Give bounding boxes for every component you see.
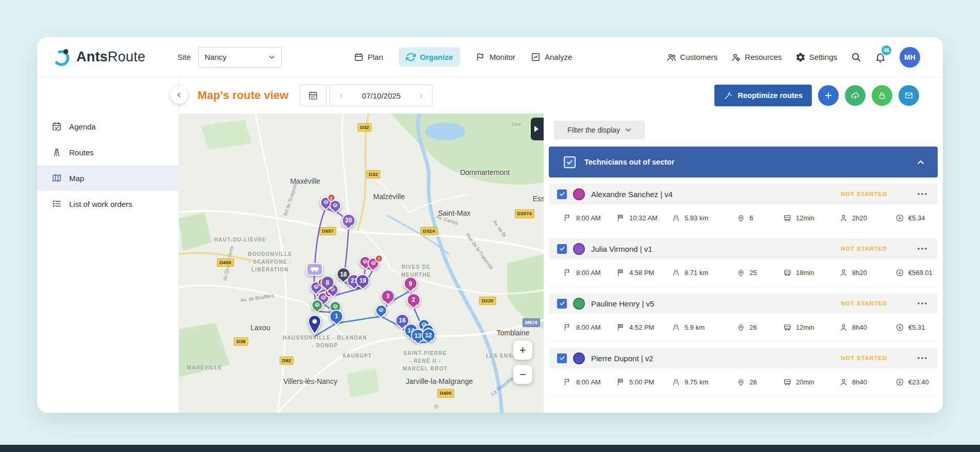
- cost-stat: €5.31: [895, 323, 925, 332]
- nav-item-monitor[interactable]: Monitor: [476, 52, 515, 62]
- stop-marker[interactable]: 9: [403, 277, 417, 290]
- sync-cloud-button[interactable]: [845, 85, 865, 106]
- zoom-out-button[interactable]: −: [513, 365, 532, 384]
- vehicle-icon: [783, 268, 792, 277]
- routes-panel: Filter the display Technicians out of se…: [544, 114, 943, 413]
- distance-stat: 8.71 km: [672, 268, 737, 277]
- user-avatar[interactable]: MH: [900, 47, 920, 68]
- customers-link[interactable]: Customers: [666, 52, 718, 62]
- stop-marker[interactable]: 12: [421, 328, 435, 342]
- technician-checkbox[interactable]: [557, 353, 567, 363]
- cost-circle-icon: [895, 378, 904, 386]
- drive-time-stat: 12min: [783, 323, 839, 332]
- zoom-controls: + −: [513, 341, 532, 384]
- technician-header-row[interactable]: Julia Virmond | v1 NOT STARTED: [549, 238, 938, 259]
- sidebar-item-work-orders[interactable]: List of work orders: [37, 191, 178, 217]
- collapse-sidebar-button[interactable]: [170, 86, 188, 104]
- sidebar-item-label: List of work orders: [69, 200, 133, 208]
- drive-time-stat: 20min: [783, 378, 839, 386]
- app-logo[interactable]: AntsRoute: [52, 47, 145, 67]
- sidebar-item-map[interactable]: Map: [37, 165, 178, 191]
- customers-icon: [666, 52, 677, 62]
- duration-stat: 8h40: [839, 323, 895, 332]
- search-icon: [851, 52, 861, 62]
- add-button[interactable]: [818, 85, 839, 106]
- stop-marker[interactable]: 2: [406, 293, 420, 307]
- more-options-button[interactable]: [917, 302, 927, 305]
- technician-checkbox[interactable]: [557, 244, 567, 254]
- previous-day-button[interactable]: [330, 85, 353, 106]
- depot-site-marker[interactable]: [308, 315, 322, 336]
- vehicle-icon: [783, 214, 792, 222]
- more-options-button[interactable]: [917, 192, 927, 196]
- technician-checkbox[interactable]: [557, 299, 567, 309]
- cost-circle-icon: [895, 268, 904, 277]
- resources-link[interactable]: Resources: [731, 52, 782, 62]
- stop-marker[interactable]: 1: [330, 310, 344, 324]
- next-day-button[interactable]: [410, 85, 432, 106]
- stop-marker[interactable]: [375, 304, 387, 316]
- map-markers-layer: 2201821197923161413121228: [179, 114, 544, 413]
- chevron-left-icon: [176, 92, 182, 98]
- brand-name: AntsRoute: [76, 49, 145, 65]
- stop-marker[interactable]: [311, 299, 323, 311]
- reoptimize-routes-button[interactable]: Reoptimize routes: [714, 85, 812, 106]
- stop-marker[interactable]: 19: [356, 274, 370, 288]
- send-mail-button[interactable]: [899, 85, 919, 106]
- technicians-group-header[interactable]: Technicians out of sector: [549, 147, 938, 177]
- person-icon: [839, 323, 848, 332]
- stop-marker[interactable]: 20: [341, 214, 355, 228]
- search-button[interactable]: [851, 52, 861, 62]
- notification-count-badge: 46: [880, 44, 892, 56]
- drive-time-stat: 12min: [783, 214, 839, 222]
- calendar-picker-button[interactable]: [300, 85, 326, 106]
- desktop-background: AntsRoute Site Nancy Plan Organize: [0, 0, 980, 452]
- map-toolbar: Map's route view 07/10/2025: [179, 77, 943, 114]
- vehicle-icon: [783, 378, 792, 386]
- technician-stats-row: 8:00 AM 4:58 PM 8.71 km 25 18min 8h20 €5…: [549, 259, 938, 287]
- settings-link[interactable]: Settings: [795, 52, 837, 62]
- group-select-all-checkbox[interactable]: [564, 157, 575, 168]
- technician-checkbox[interactable]: [557, 189, 567, 199]
- nav-item-analyze[interactable]: Analyze: [531, 52, 572, 62]
- agenda-calendar-icon: [52, 121, 62, 132]
- map-collapse-button[interactable]: [531, 118, 544, 140]
- more-options-button[interactable]: [917, 247, 927, 250]
- road-icon: [672, 214, 680, 222]
- map-pin-icon: [737, 323, 745, 332]
- stop-marker[interactable]: [330, 200, 341, 212]
- zoom-in-button[interactable]: +: [513, 341, 532, 360]
- group-title: Technicians out of sector: [584, 158, 675, 166]
- map-canvas[interactable]: MaxévilleMalzévilleDommartemontSaint-Max…: [179, 114, 544, 413]
- technician-name: Julia Virmond | v1: [591, 245, 652, 253]
- nav-item-organize[interactable]: Organize: [399, 47, 460, 67]
- stop-marker[interactable]: 8: [320, 276, 334, 289]
- sidebar-item-routes[interactable]: Routes: [37, 139, 178, 165]
- main-navigation: Plan Organize Monitor Analyze: [354, 47, 573, 67]
- cost-circle-icon: [895, 323, 904, 332]
- check-icon: [559, 246, 565, 252]
- vehicle-marker[interactable]: [306, 263, 323, 276]
- technician-header-row[interactable]: Pierre Dupont | v2 NOT STARTED: [549, 348, 938, 368]
- technician-header-row[interactable]: Alexandre Sanchez | v4 NOT STARTED: [549, 184, 938, 204]
- more-options-button[interactable]: [917, 357, 927, 360]
- ellipsis-icon: [917, 302, 927, 305]
- chevron-right-icon: [418, 93, 424, 99]
- finish-flag-icon: [616, 323, 625, 332]
- collapse-group-button[interactable]: [917, 160, 924, 165]
- stop-marker[interactable]: 3: [381, 289, 395, 303]
- top-link-label: Settings: [809, 53, 837, 61]
- site-select[interactable]: Nancy: [198, 47, 282, 68]
- lock-routes-button[interactable]: [872, 85, 892, 106]
- road-icon: [672, 323, 680, 332]
- nav-item-label: Organize: [420, 53, 453, 61]
- stop-marker[interactable]: 7: [367, 257, 379, 269]
- notifications-button[interactable]: 46: [875, 52, 886, 63]
- sidebar-item-agenda[interactable]: Agenda: [37, 114, 178, 139]
- technician-avatar: [573, 188, 585, 200]
- finish-flag-icon: [616, 268, 625, 277]
- filter-display-button[interactable]: Filter the display: [554, 121, 645, 139]
- technician-header-row[interactable]: Pauline Henry | v5 NOT STARTED: [549, 293, 938, 314]
- duration-stat: 2h20: [839, 214, 895, 222]
- nav-item-plan[interactable]: Plan: [354, 52, 383, 62]
